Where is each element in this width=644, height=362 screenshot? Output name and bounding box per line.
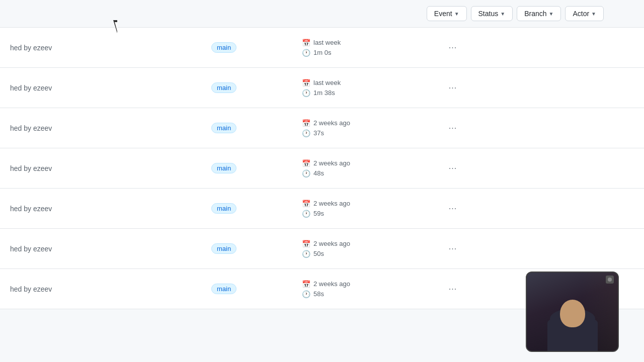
- calendar-icon: 📅: [302, 119, 310, 127]
- row-date-text: 2 weeks ago: [313, 159, 350, 167]
- row-trigger-text: hed by ezeev: [10, 285, 201, 293]
- row-trigger-text: hed by ezeev: [10, 205, 201, 213]
- clock-icon: 🕐: [302, 290, 310, 298]
- row-duration: 🕐 37s: [302, 129, 443, 137]
- row-duration-text: 1m 0s: [313, 49, 331, 56]
- row-date: 📅 2 weeks ago: [302, 159, 443, 167]
- event-filter-button[interactable]: Event ▼: [427, 6, 467, 21]
- row-more-button[interactable]: ···: [446, 81, 460, 95]
- row-duration: 🕐 50s: [302, 250, 443, 258]
- table-row[interactable]: hed by ezeev main 📅 2 weeks ago 🕐 59s ··…: [0, 189, 644, 229]
- table-row[interactable]: hed by ezeev main 📅 2 weeks ago 🕐 50s ··…: [0, 229, 644, 269]
- calendar-icon: 📅: [302, 39, 310, 47]
- row-more-button[interactable]: ···: [446, 282, 460, 296]
- status-filter-button[interactable]: Status ▼: [471, 6, 513, 21]
- row-date-text: 2 weeks ago: [313, 280, 350, 288]
- row-more-button[interactable]: ···: [446, 41, 460, 55]
- row-duration: 🕐 1m 38s: [302, 89, 443, 97]
- row-meta-cell: 📅 last week 🕐 1m 38s: [302, 79, 443, 97]
- clock-icon: 🕐: [302, 250, 310, 258]
- actor-filter-button[interactable]: Actor ▼: [565, 6, 604, 21]
- row-more-button[interactable]: ···: [446, 121, 460, 135]
- row-actions-cell: ···: [443, 202, 463, 216]
- row-duration-text: 59s: [313, 210, 324, 217]
- calendar-icon: 📅: [302, 200, 310, 208]
- clock-icon: 🕐: [302, 89, 310, 97]
- row-trigger-text: hed by ezeev: [10, 164, 201, 172]
- calendar-icon: 📅: [302, 280, 310, 288]
- calendar-icon: 📅: [302, 159, 310, 167]
- row-more-button[interactable]: ···: [446, 202, 460, 216]
- webcam-overlay: [526, 272, 619, 352]
- row-date: 📅 2 weeks ago: [302, 119, 443, 127]
- webcam-rec-indicator: [606, 276, 614, 284]
- row-meta-cell: 📅 2 weeks ago 🕐 37s: [302, 119, 443, 137]
- status-filter-chevron: ▼: [500, 11, 505, 17]
- row-duration-text: 37s: [313, 129, 324, 137]
- filter-bar: Event ▼ Status ▼ Branch ▼ Actor ▼: [0, 0, 644, 28]
- table-row[interactable]: hed by ezeev main 📅 last week 🕐 1m 38s ·…: [0, 68, 644, 108]
- row-meta-cell: 📅 2 weeks ago 🕐 48s: [302, 159, 443, 177]
- row-date-text: last week: [313, 79, 341, 86]
- clock-icon: 🕐: [302, 129, 310, 137]
- row-trigger-text: hed by ezeev: [10, 245, 201, 253]
- row-date: 📅 2 weeks ago: [302, 240, 443, 248]
- row-branch-cell: main: [201, 163, 302, 173]
- branch-badge: main: [211, 243, 236, 254]
- row-date-text: last week: [313, 39, 341, 46]
- row-trigger-text: hed by ezeev: [10, 124, 201, 132]
- row-date: 📅 2 weeks ago: [302, 280, 443, 288]
- row-duration: 🕐 1m 0s: [302, 49, 443, 57]
- workflow-runs-table: hed by ezeev main 📅 last week 🕐 1m 0s ··…: [0, 28, 644, 309]
- row-duration-text: 48s: [313, 169, 324, 177]
- row-duration-text: 50s: [313, 250, 324, 257]
- event-filter-label: Event: [434, 10, 452, 18]
- row-actions-cell: ···: [443, 242, 463, 256]
- clock-icon: 🕐: [302, 169, 310, 177]
- clock-icon: 🕐: [302, 210, 310, 218]
- row-more-button[interactable]: ···: [446, 161, 460, 175]
- row-actions-cell: ···: [443, 282, 463, 296]
- event-filter-chevron: ▼: [454, 11, 459, 17]
- row-trigger-text: hed by ezeev: [10, 84, 201, 92]
- branch-badge: main: [211, 42, 236, 53]
- table-row[interactable]: hed by ezeev main 📅 2 weeks ago 🕐 48s ··…: [0, 148, 644, 189]
- webcam-person: [527, 273, 618, 351]
- row-branch-cell: main: [201, 82, 302, 93]
- table-row[interactable]: hed by ezeev main 📅 2 weeks ago 🕐 37s ··…: [0, 108, 644, 148]
- row-more-button[interactable]: ···: [446, 242, 460, 256]
- clock-icon: 🕐: [302, 49, 310, 57]
- calendar-icon: 📅: [302, 240, 310, 248]
- row-date: 📅 last week: [302, 79, 443, 87]
- webcam-feed: [527, 273, 618, 351]
- row-branch-cell: main: [201, 203, 302, 214]
- branch-badge: main: [211, 163, 236, 173]
- row-duration-text: 1m 38s: [313, 89, 335, 97]
- row-date: 📅 2 weeks ago: [302, 200, 443, 208]
- status-filter-label: Status: [478, 10, 499, 18]
- row-date-text: 2 weeks ago: [313, 119, 350, 127]
- branch-badge: main: [211, 123, 236, 133]
- row-meta-cell: 📅 2 weeks ago 🕐 58s: [302, 280, 443, 298]
- branch-badge: main: [211, 82, 236, 93]
- table-row[interactable]: hed by ezeev main 📅 last week 🕐 1m 0s ··…: [0, 28, 644, 68]
- row-meta-cell: 📅 2 weeks ago 🕐 59s: [302, 200, 443, 218]
- row-branch-cell: main: [201, 42, 302, 53]
- row-duration: 🕐 58s: [302, 290, 443, 298]
- row-branch-cell: main: [201, 284, 302, 294]
- row-actions-cell: ···: [443, 161, 463, 175]
- actor-filter-label: Actor: [573, 10, 589, 18]
- row-branch-cell: main: [201, 243, 302, 254]
- row-duration-text: 58s: [313, 290, 324, 298]
- rec-dot: [608, 278, 612, 282]
- row-duration: 🕐 48s: [302, 169, 443, 177]
- row-branch-cell: main: [201, 123, 302, 133]
- branch-filter-chevron: ▼: [549, 11, 554, 17]
- actor-filter-chevron: ▼: [591, 11, 596, 17]
- row-meta-cell: 📅 last week 🕐 1m 0s: [302, 39, 443, 57]
- calendar-icon: 📅: [302, 79, 310, 87]
- row-duration: 🕐 59s: [302, 210, 443, 218]
- branch-filter-button[interactable]: Branch ▼: [517, 6, 561, 21]
- row-trigger-text: hed by ezeev: [10, 44, 201, 52]
- branch-badge: main: [211, 203, 236, 214]
